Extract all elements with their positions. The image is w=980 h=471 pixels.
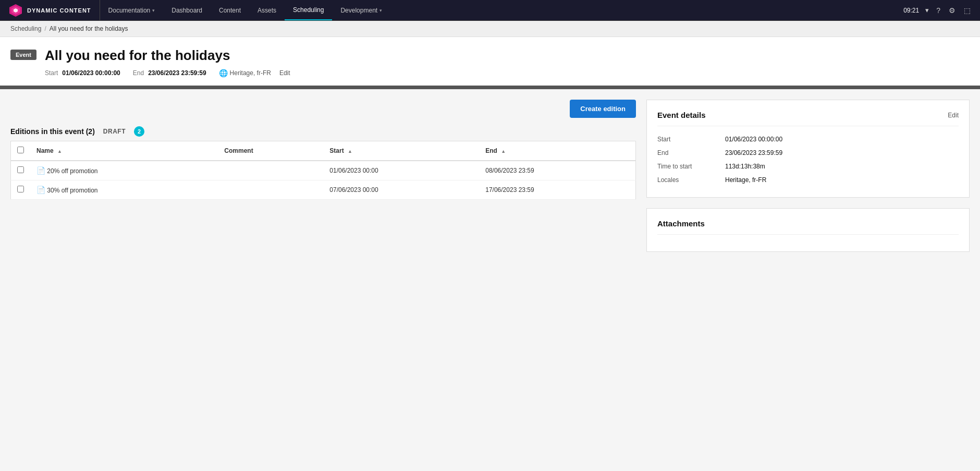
editions-table-header: Name ▲ Comment Start ▲ End ▲: [11, 141, 636, 161]
right-panel: Event details Edit Start 01/06/2023 00:0…: [646, 100, 970, 252]
event-meta: Start 01/06/2023 00:00:00 End 23/06/2023…: [45, 69, 970, 77]
document-icon: 📄: [36, 186, 45, 194]
locale-text: Heritage, fr-FR: [230, 69, 271, 77]
globe-icon: 🌐: [219, 69, 228, 77]
attachments-title: Attachments: [657, 219, 959, 235]
checkbox-col-header: [11, 141, 31, 161]
sort-icon: ▲: [501, 149, 506, 154]
sort-icon: ▲: [348, 149, 352, 154]
editions-table: Name ▲ Comment Start ▲ End ▲: [10, 141, 636, 200]
detail-start-value: 01/06/2023 00:00:00: [725, 136, 782, 143]
nav-item-documentation[interactable]: Documentation ▾: [100, 0, 164, 20]
detail-time-value: 113d:13h:38m: [725, 163, 765, 170]
nav-right: 09:21 ▾ ? ⚙ ⬚: [895, 5, 980, 16]
table-header-row: Name ▲ Comment Start ▲ End ▲: [11, 141, 636, 161]
end-label: End: [133, 69, 144, 77]
name-col-header[interactable]: Name ▲: [30, 141, 218, 161]
detail-start-label: Start: [657, 136, 725, 143]
breadcrumb-current: All you need for the holidays: [50, 25, 128, 32]
start-value: 01/06/2023 00:00:00: [62, 69, 120, 77]
sort-icon: ▲: [57, 149, 62, 154]
row2-name-cell: 📄 30% off promotion: [30, 180, 218, 200]
row1-checkbox-cell: [11, 161, 31, 180]
row2-comment-cell: [218, 180, 323, 200]
start-col-header[interactable]: Start ▲: [323, 141, 479, 161]
document-icon: 📄: [36, 166, 45, 175]
nav-item-content[interactable]: Content: [211, 0, 249, 20]
detail-time-label: Time to start: [657, 163, 725, 170]
user-button[interactable]: ⬚: [963, 5, 972, 16]
left-panel: Create edition Editions in this event (2…: [10, 100, 636, 252]
event-title: All you need for the holidays: [45, 47, 230, 64]
nav-time: 09:21: [903, 7, 919, 14]
row1-start-cell: 01/06/2023 00:00: [323, 161, 479, 180]
detail-end-value: 23/06/2023 23:59:59: [725, 149, 782, 156]
editions-table-body: 📄 20% off promotion 01/06/2023 00:00 08/…: [11, 161, 636, 200]
breadcrumb-separator: /: [44, 25, 46, 32]
row1-checkbox[interactable]: [17, 166, 24, 173]
table-row[interactable]: 📄 20% off promotion 01/06/2023 00:00 08/…: [11, 161, 636, 180]
nav-item-dashboard[interactable]: Dashboard: [163, 0, 211, 20]
breadcrumb: Scheduling / All you need for the holida…: [0, 21, 980, 37]
start-label: Start: [45, 69, 58, 77]
top-nav: DYNAMIC CONTENT Documentation ▾ Dashboar…: [0, 0, 980, 21]
detail-locales-label: Locales: [657, 176, 725, 184]
row2-start-cell: 07/06/2023 00:00: [323, 180, 479, 200]
nav-item-scheduling[interactable]: Scheduling: [285, 0, 332, 20]
chevron-down-icon: ▾: [379, 8, 382, 13]
detail-row-locales: Locales Heritage, fr-FR: [657, 173, 959, 187]
chevron-down-icon: ▾: [925, 6, 929, 14]
breadcrumb-scheduling-link[interactable]: Scheduling: [10, 25, 41, 32]
comment-col-header: Comment: [218, 141, 323, 161]
card-header: Event details Edit: [657, 111, 959, 126]
attachments-card: Attachments: [646, 208, 970, 252]
card-title: Event details: [657, 111, 706, 119]
event-details-edit-link[interactable]: Edit: [948, 112, 959, 119]
row1-end-cell: 08/06/2023 23:59: [479, 161, 635, 180]
select-all-checkbox[interactable]: [17, 147, 24, 153]
end-col-header[interactable]: End ▲: [479, 141, 635, 161]
row2-checkbox-cell: [11, 180, 31, 200]
event-badge: Event: [10, 50, 36, 60]
logo-area[interactable]: DYNAMIC CONTENT: [0, 0, 100, 20]
row1-comment-cell: [218, 161, 323, 180]
detail-row-start: Start 01/06/2023 00:00:00: [657, 132, 959, 146]
chevron-down-icon: ▾: [152, 8, 155, 13]
detail-locales-value: Heritage, fr-FR: [725, 176, 766, 184]
row2-end-cell: 17/06/2023 23:59: [479, 180, 635, 200]
help-button[interactable]: ?: [935, 5, 941, 16]
end-value: 23/06/2023 23:59:59: [148, 69, 206, 77]
table-row[interactable]: 📄 30% off promotion 07/06/2023 00:00 17/…: [11, 180, 636, 200]
detail-row-time-to-start: Time to start 113d:13h:38m: [657, 160, 959, 173]
nav-item-assets[interactable]: Assets: [249, 0, 285, 20]
draft-label: DRAFT: [103, 128, 126, 135]
row1-name-cell: 📄 20% off promotion: [30, 161, 218, 180]
editions-title: Editions in this event (2): [10, 127, 95, 136]
event-edit-link[interactable]: Edit: [279, 69, 290, 77]
create-btn-row: Create edition: [10, 100, 636, 118]
main-content: Create edition Editions in this event (2…: [0, 89, 980, 262]
detail-row-end: End 23/06/2023 23:59:59: [657, 146, 959, 160]
row2-checkbox[interactable]: [17, 186, 24, 192]
editions-header: Editions in this event (2) DRAFT 2: [10, 126, 636, 137]
event-header-top: Event All you need for the holidays: [10, 47, 970, 64]
nav-item-development[interactable]: Development ▾: [332, 0, 390, 20]
nav-items: Documentation ▾ Dashboard Content Assets…: [100, 0, 896, 20]
create-edition-button[interactable]: Create edition: [570, 100, 636, 118]
settings-button[interactable]: ⚙: [948, 5, 957, 16]
logo-text: DYNAMIC CONTENT: [27, 7, 91, 14]
event-details-card: Event details Edit Start 01/06/2023 00:0…: [646, 100, 970, 198]
detail-end-label: End: [657, 149, 725, 156]
logo-icon: [8, 3, 23, 18]
draft-count: 2: [134, 126, 144, 137]
locale-button[interactable]: 🌐 Heritage, fr-FR: [219, 69, 271, 77]
event-header: Event All you need for the holidays Star…: [0, 37, 980, 87]
